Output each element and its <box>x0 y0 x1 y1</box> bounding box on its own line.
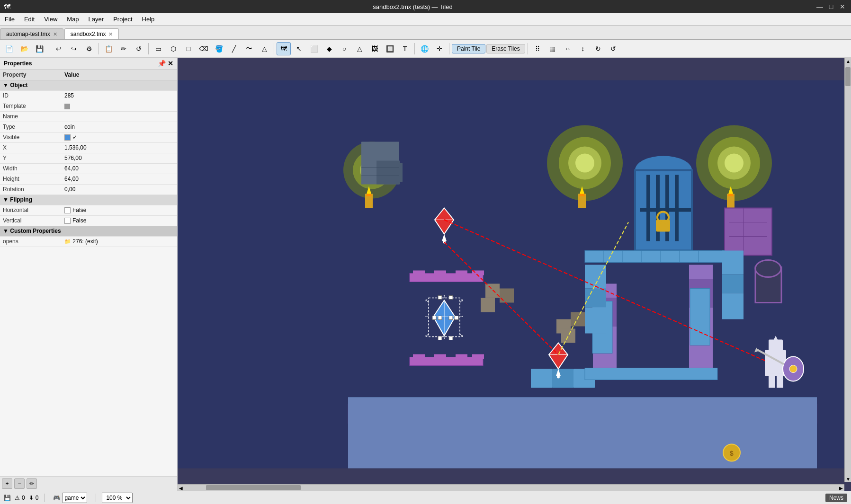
add-property-button[interactable]: + <box>2 478 12 489</box>
flip-h-button[interactable]: ↔ <box>561 42 575 55</box>
tab-automap[interactable]: automap-test.tmx ✕ <box>0 28 63 39</box>
new-button[interactable]: 📄 <box>2 42 16 55</box>
globe-button[interactable]: 🌐 <box>417 42 431 55</box>
properties-title: Properties <box>4 60 32 67</box>
bucket-button[interactable]: 🪣 <box>212 42 226 55</box>
properties-close-button[interactable]: ✕ <box>168 60 173 67</box>
section-flipping-label: ▼ Flipping <box>0 195 177 205</box>
ellipse-button[interactable]: ○ <box>337 42 351 55</box>
redo-button[interactable]: ↪ <box>67 42 81 55</box>
menu-edit[interactable]: Edit <box>19 15 39 24</box>
vertical-checkbox[interactable] <box>64 218 71 224</box>
flip-v-button[interactable]: ↕ <box>576 42 590 55</box>
rot-cw-button[interactable]: ↻ <box>591 42 605 55</box>
text-button[interactable]: T <box>398 42 412 55</box>
menu-map[interactable]: Map <box>62 15 83 24</box>
prop-name-value[interactable] <box>62 111 177 122</box>
close-button[interactable]: ✕ <box>838 2 847 11</box>
map-area[interactable]: ↖ ↑ ↗ ← → ↙ ↓ ↘ <box>178 58 851 491</box>
svg-rect-66 <box>690 289 710 345</box>
horizontal-checkbox[interactable] <box>64 207 71 213</box>
svg-point-96 <box>755 260 781 277</box>
svg-rect-16 <box>689 265 713 279</box>
tab-automap-close[interactable]: ✕ <box>53 31 57 37</box>
svg-rect-85 <box>561 329 575 343</box>
visible-checkbox[interactable] <box>64 134 71 141</box>
curve-button[interactable]: 〜 <box>242 42 256 55</box>
rect-button[interactable]: ▭ <box>151 42 165 55</box>
section-custom-props: ▼ Custom Properties <box>0 226 177 236</box>
scroll-left-button[interactable]: ◀ <box>178 485 184 491</box>
menu-project[interactable]: Project <box>108 15 137 24</box>
properties-pin-button[interactable]: 📌 <box>158 60 166 67</box>
sep1 <box>49 43 49 54</box>
erase-tiles-button[interactable]: Erase Tiles <box>486 44 525 53</box>
open-button[interactable]: 📂 <box>17 42 31 55</box>
prop-name-key: Name <box>0 111 62 122</box>
polygon-button[interactable]: △ <box>352 42 367 55</box>
point-button[interactable]: ◆ <box>322 42 336 55</box>
paint-tile-button[interactable]: Paint Tile <box>452 44 485 53</box>
rect2-button[interactable]: □ <box>181 42 196 55</box>
pattern-button[interactable]: ▦ <box>546 42 560 55</box>
prop-rotation-row: Rotation 0,00 <box>0 184 177 195</box>
tab-sandbox2[interactable]: sandbox2.tmx ✕ <box>64 28 119 39</box>
layer-select[interactable]: game <box>62 493 87 503</box>
edit-button[interactable]: ✏ <box>116 42 131 55</box>
map-canvas: ↖ ↑ ↗ ← → ↙ ↓ ↘ <box>178 58 851 491</box>
menu-view[interactable]: View <box>39 15 62 24</box>
menu-help[interactable]: Help <box>137 15 160 24</box>
statusbar: 💾 ⚠ 0 ⬇ 0 🎮 game 100 % 50 % 200 % News <box>0 491 851 504</box>
object-button[interactable]: 🔲 <box>383 42 397 55</box>
svg-rect-81 <box>500 289 514 303</box>
triangle-button[interactable]: △ <box>257 42 271 55</box>
grid-v-button[interactable]: ⠿ <box>530 42 545 55</box>
zoom-select[interactable]: 100 % 50 % 200 % <box>102 493 133 503</box>
cursor-button[interactable]: ↖ <box>292 42 306 55</box>
prop-horizontal-key: Horizontal <box>0 205 62 215</box>
hex-button[interactable]: ⬡ <box>166 42 180 55</box>
line-button[interactable]: ╱ <box>227 42 241 55</box>
scroll-thumb-horizontal[interactable] <box>206 485 301 490</box>
prop-opens-key: opens <box>0 236 62 247</box>
settings-button[interactable]: ⚙ <box>82 42 96 55</box>
svg-rect-80 <box>485 284 500 298</box>
save-button[interactable]: 💾 <box>32 42 46 55</box>
news-badge[interactable]: News <box>825 494 847 502</box>
edit-property-button[interactable]: ✏ <box>27 478 37 489</box>
tilemap-button[interactable]: 🗺 <box>277 42 291 55</box>
svg-rect-78 <box>456 354 467 359</box>
tab-sandbox2-close[interactable]: ✕ <box>108 31 113 37</box>
svg-rect-92 <box>585 368 717 380</box>
map-scrollbar-bottom[interactable]: ◀ ▶ <box>178 484 844 491</box>
prop-id-value: 285 <box>62 90 177 101</box>
select-button[interactable]: ⬜ <box>307 42 321 55</box>
undo-button[interactable]: ↩ <box>52 42 66 55</box>
remove-property-button[interactable]: − <box>14 478 25 489</box>
rotate-button[interactable]: ↺ <box>132 42 146 55</box>
scroll-thumb-vertical[interactable] <box>845 67 851 86</box>
scroll-down-button[interactable]: ▼ <box>845 476 851 482</box>
sep5 <box>414 43 415 54</box>
image-button[interactable]: 🖼 <box>367 42 382 55</box>
scroll-right-button[interactable]: ▶ <box>838 485 844 491</box>
section-object: ▼ Object <box>0 80 177 90</box>
minimize-button[interactable]: — <box>815 2 824 11</box>
prop-y-value: 576,00 <box>62 153 177 163</box>
menu-file[interactable]: File <box>0 15 19 24</box>
stamp-button[interactable]: 📋 <box>101 42 116 55</box>
cross-button[interactable]: ✛ <box>432 42 447 55</box>
svg-point-26 <box>725 154 744 173</box>
svg-rect-70 <box>413 271 425 275</box>
scroll-up-button[interactable]: ▲ <box>845 58 851 64</box>
maximize-button[interactable]: □ <box>826 2 836 11</box>
status-warning: ⚠ 0 <box>15 495 25 501</box>
properties-header: Properties 📌 ✕ <box>0 58 177 70</box>
prop-width-value: 64,00 <box>62 163 177 174</box>
svg-point-22 <box>575 154 594 173</box>
map-scrollbar-right[interactable]: ▲ ▼ <box>844 58 851 482</box>
rot-ccw-button[interactable]: ↺ <box>606 42 620 55</box>
menu-layer[interactable]: Layer <box>84 15 109 24</box>
svg-rect-77 <box>434 354 446 359</box>
eraser-button[interactable]: ⌫ <box>197 42 211 55</box>
